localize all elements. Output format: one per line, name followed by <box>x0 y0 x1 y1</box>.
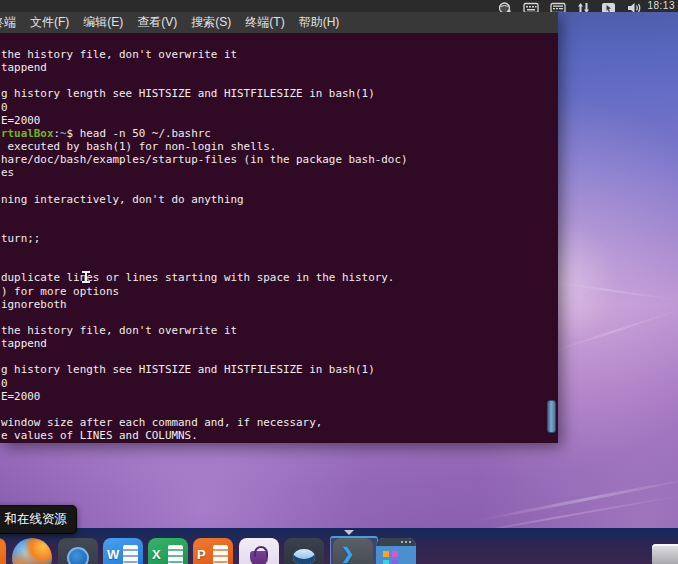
software-store-icon[interactable] <box>239 538 279 564</box>
terminal-line: hare/doc/bash/examples/startup-files (in… <box>1 153 549 166</box>
wallpaper-streak <box>472 476 678 523</box>
assistant-app-icon[interactable] <box>284 538 324 564</box>
app-glyph: W <box>107 547 119 562</box>
window-dots <box>409 541 411 543</box>
terminal-line <box>1 74 549 87</box>
wallpaper-streak <box>546 280 678 301</box>
terminal-line: turn;; <box>1 232 549 245</box>
presentation-app-icon[interactable]: P <box>193 538 233 564</box>
updown-arrows-icon[interactable] <box>577 0 590 12</box>
terminal-line <box>1 206 549 219</box>
menu-item-4[interactable]: 搜索(S) <box>184 12 238 33</box>
terminal-line: e values of LINES and COLUMNS. <box>1 429 549 442</box>
terminal-app-icon[interactable]: ❯ <box>333 538 373 564</box>
terminal-line: es <box>1 166 549 179</box>
spreadsheet-app-icon[interactable]: X <box>148 538 188 564</box>
app-glyph: X <box>152 547 161 562</box>
terminal-line: 0 <box>1 377 549 390</box>
active-app-indicator-triangle <box>344 530 354 535</box>
terminal-line: executed by bash(1) for non-login shells… <box>1 140 549 153</box>
terminal-line: ignoreboth <box>1 298 549 311</box>
menu-item-3[interactable]: 查看(V) <box>130 12 184 33</box>
terminal-line: g history length see HISTSIZE and HISTFI… <box>1 363 549 376</box>
terminal-line: window size after each command and, if n… <box>1 416 549 429</box>
terminal-output: the history file, don't overwrite ittapp… <box>1 48 549 442</box>
terminal-line: E=2000 <box>1 114 549 127</box>
tooltip-text: 和在线资源 <box>5 511 77 528</box>
writer-app-icon[interactable]: W <box>103 538 143 564</box>
text-cursor-pointer <box>82 271 90 283</box>
terminal-line: tappend <box>1 61 549 74</box>
dock: WXP❯ <box>0 528 678 564</box>
terminal-line <box>1 179 549 192</box>
terminal-line <box>1 311 549 324</box>
pointer-box-icon[interactable] <box>601 0 616 12</box>
terminal-line <box>1 219 549 232</box>
terminal-line: the history file, don't overwrite it <box>1 48 549 61</box>
terminal-line: ning interactively, don't do anything <box>1 193 549 206</box>
keyboard-icon[interactable] <box>523 0 539 12</box>
menu-item-0[interactable]: 终端 <box>0 12 23 33</box>
speaker-icon[interactable] <box>627 0 642 12</box>
terminal-menubar: 终端文件(F)编辑(E)查看(V)搜索(S)终端(T)帮助(H) <box>0 12 558 33</box>
desktop: 18:13 终端文件(F)编辑(E)查看(V)搜索(S)终端(T)帮助(H) t… <box>0 0 678 564</box>
terminal-line: rtualBox:~$ head -n 50 ~/.bashrc <box>1 127 549 140</box>
system-tray <box>498 0 642 12</box>
menu-item-6[interactable]: 帮助(H) <box>292 12 347 33</box>
menu-item-2[interactable]: 编辑(E) <box>76 12 130 33</box>
keyboard-layout-icon[interactable] <box>550 0 566 12</box>
blue-circle-app-icon[interactable] <box>58 538 98 564</box>
terminal-line <box>1 403 549 416</box>
terminal-line <box>1 350 549 363</box>
globe-icon[interactable] <box>498 0 512 12</box>
terminal-line: E=2000 <box>1 390 549 403</box>
terminal-line <box>1 245 549 258</box>
terminal-line: 0 <box>1 101 549 114</box>
terminal-line: the history file, don't overwrite it <box>1 324 549 337</box>
app-glyph: P <box>197 547 206 562</box>
app-glyph: ❯ <box>341 544 354 563</box>
clock[interactable]: 18:13 <box>647 0 675 12</box>
terminal-line: ) for more options <box>1 285 549 298</box>
search-tooltip: 和在线资源 <box>0 505 77 534</box>
wallpaper-streak <box>543 307 678 355</box>
scrollbar-thumb[interactable] <box>547 400 556 433</box>
menu-item-1[interactable]: 文件(F) <box>23 12 76 33</box>
partial-app-icon[interactable] <box>0 538 6 564</box>
terminal-window: 终端文件(F)编辑(E)查看(V)搜索(S)终端(T)帮助(H) the his… <box>0 12 558 443</box>
terminal-line: tappend <box>1 337 549 350</box>
app-grid-icon[interactable] <box>376 538 416 564</box>
firefox-icon[interactable] <box>12 538 52 564</box>
top-system-bar: 18:13 <box>0 0 678 12</box>
terminal-screen[interactable]: the history file, don't overwrite ittapp… <box>0 33 558 443</box>
terminal-line <box>1 258 549 271</box>
terminal-line: g history length see HISTSIZE and HISTFI… <box>1 87 549 100</box>
menu-item-5[interactable]: 终端(T) <box>238 12 291 33</box>
trash-icon[interactable] <box>652 544 678 564</box>
